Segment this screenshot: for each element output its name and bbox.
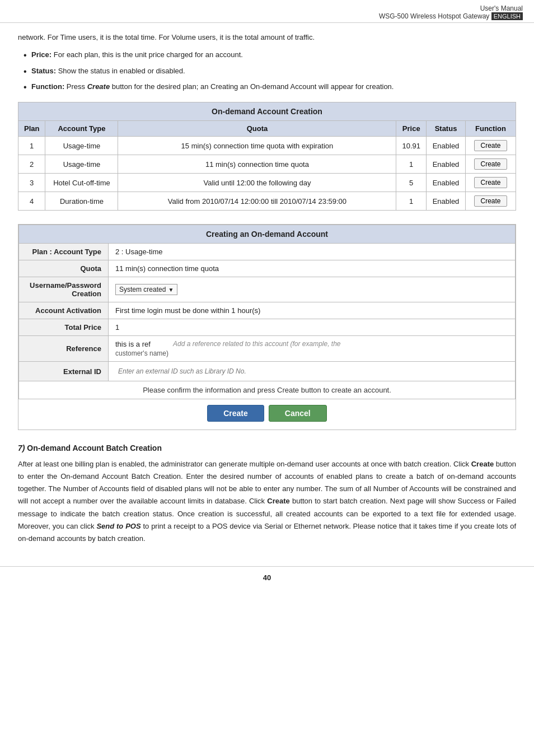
quota-value: 11 min(s) connection time quota xyxy=(109,260,516,277)
external-id-value xyxy=(109,362,516,381)
price-3: 5 xyxy=(396,174,427,192)
table-header-row: Plan Account Type Quota Price Status Fun… xyxy=(18,121,516,137)
form-row-total-price: Total Price 1 xyxy=(19,319,516,336)
send-to-pos-italic: Send to POS xyxy=(96,522,140,530)
account-type-3: Hotel Cut-off-time xyxy=(45,174,118,192)
manual-title: User's Manual xyxy=(11,4,523,12)
function-italic: Create xyxy=(87,82,110,91)
form-row-quota: Quota 11 min(s) connection time quota xyxy=(19,260,516,277)
price-4: 1 xyxy=(396,192,427,211)
plan-account-type-label: Plan : Account Type xyxy=(19,244,109,260)
price-bullet: Price: For each plan, this is the unit p… xyxy=(24,49,516,61)
account-activation-value: First time login must be done within 1 h… xyxy=(109,302,516,319)
table-title-row: On-demand Account Creation xyxy=(18,102,516,121)
form-title-row: Creating an On-demand Account xyxy=(19,225,516,244)
plan-4: 4 xyxy=(18,192,45,211)
section-7: 7) On-demand Account Batch Creation Afte… xyxy=(18,444,516,545)
creating-form-section: Creating an On-demand Account Plan : Acc… xyxy=(18,224,516,430)
status-3: Enabled xyxy=(427,174,466,192)
function-text-suffix: button for the desired plan; an Creating… xyxy=(110,82,394,91)
form-row-account-activation: Account Activation First time login must… xyxy=(19,302,516,319)
form-confirm-row: Please confirm the information and press… xyxy=(19,381,516,399)
device-name: WSG-500 Wireless Hotspot Gateway xyxy=(379,12,489,20)
section-title: On-demand Account Batch Creation xyxy=(27,444,162,452)
account-activation-label: Account Activation xyxy=(19,302,109,319)
intro-paragraph: network. For Time users, it is the total… xyxy=(18,32,516,44)
page-header: User's Manual WSG-500 Wireless Hotspot G… xyxy=(0,0,534,23)
form-row-reference: Reference this is a ref customer's name)… xyxy=(19,336,516,362)
account-type-4: Duration-time xyxy=(45,192,118,211)
function-4: Create xyxy=(466,192,516,211)
col-function: Function xyxy=(466,121,516,137)
plan-3: 3 xyxy=(18,174,45,192)
username-password-label: Username/Password Creation xyxy=(19,277,109,302)
reference-hint: customer's name) xyxy=(115,349,168,357)
col-account-type: Account Type xyxy=(45,121,118,137)
total-price-label: Total Price xyxy=(19,319,109,336)
create-bold-1: Create xyxy=(471,460,494,468)
confirm-text: Please confirm the information and press… xyxy=(19,381,516,399)
price-text: For each plan, this is the unit price ch… xyxy=(54,50,243,59)
section-7-body: After at least one billing plan is enabl… xyxy=(18,458,516,545)
create-button-3[interactable]: Create xyxy=(474,177,507,188)
language-badge: ENGLISH xyxy=(491,12,523,20)
account-type-1: Usage-time xyxy=(45,137,118,155)
function-1: Create xyxy=(466,137,516,155)
table-row: 2 Usage-time 11 min(s) connection time q… xyxy=(18,155,516,174)
external-id-input[interactable] xyxy=(115,366,508,377)
section-number: 7) xyxy=(18,444,25,452)
main-content: network. For Time users, it is the total… xyxy=(0,23,534,559)
reference-input-value: this is a ref xyxy=(115,340,168,348)
col-status: Status xyxy=(427,121,466,137)
form-create-button[interactable]: Create xyxy=(207,405,264,422)
price-label: Price: xyxy=(31,50,51,59)
status-bullet: Status: Show the status in enabled or di… xyxy=(24,66,516,77)
device-title: WSG-500 Wireless Hotspot Gateway ENGLISH xyxy=(11,12,523,20)
quota-label: Quota xyxy=(19,260,109,277)
external-id-label: External ID xyxy=(19,362,109,381)
username-password-value: System created ▼ xyxy=(109,277,516,302)
form-row-external-id: External ID xyxy=(19,362,516,381)
create-button-1[interactable]: Create xyxy=(474,140,507,151)
reference-placeholder: Add a reference related to this account … xyxy=(173,340,341,348)
system-created-text: System created xyxy=(119,286,166,293)
reference-label: Reference xyxy=(19,336,109,362)
table-row: 1 Usage-time 15 min(s) connection time q… xyxy=(18,137,516,155)
form-row-plan: Plan : Account Type 2 : Usage-time xyxy=(19,244,516,260)
page-footer: 40 xyxy=(0,566,534,589)
creating-form-table: Creating an On-demand Account Plan : Acc… xyxy=(18,225,516,399)
form-cancel-button[interactable]: Cancel xyxy=(269,405,327,422)
table-row: 4 Duration-time Valid from 2010/07/14 12… xyxy=(18,192,516,211)
status-4: Enabled xyxy=(427,192,466,211)
form-title: Creating an On-demand Account xyxy=(19,225,516,244)
section-7-heading: 7) On-demand Account Batch Creation xyxy=(18,444,516,452)
status-label: Status: xyxy=(31,67,56,75)
function-bullet: Function: Press Create button for the de… xyxy=(24,81,516,93)
create-bold-2: Create xyxy=(267,497,289,505)
plan-account-type-value: 2 : Usage-time xyxy=(109,244,516,260)
create-button-2[interactable]: Create xyxy=(474,158,507,170)
price-1: 10.91 xyxy=(396,137,427,155)
col-price: Price xyxy=(396,121,427,137)
create-button-4[interactable]: Create xyxy=(474,195,507,207)
status-1: Enabled xyxy=(427,137,466,155)
feature-list: Price: For each plan, this is the unit p… xyxy=(18,49,516,93)
quota-1: 15 min(s) connection time quota with exp… xyxy=(118,137,396,155)
account-type-2: Usage-time xyxy=(45,155,118,174)
table-title: On-demand Account Creation xyxy=(18,102,516,121)
plan-2: 2 xyxy=(18,155,45,174)
function-2: Create xyxy=(466,155,516,174)
table-row: 3 Hotel Cut-off-time Valid until 12:00 t… xyxy=(18,174,516,192)
quota-3: Valid until 12:00 the following day xyxy=(118,174,396,192)
plan-1: 1 xyxy=(18,137,45,155)
form-action-buttons: Create Cancel xyxy=(18,399,516,430)
total-price-value: 1 xyxy=(109,319,516,336)
on-demand-creation-table: On-demand Account Creation Plan Account … xyxy=(18,102,516,211)
function-text-prefix: Press xyxy=(67,82,87,91)
function-3: Create xyxy=(466,174,516,192)
dropdown-arrow-icon: ▼ xyxy=(168,287,174,293)
quota-2: 11 min(s) connection time quota xyxy=(118,155,396,174)
quota-4: Valid from 2010/07/14 12:00:00 till 2010… xyxy=(118,192,396,211)
status-2: Enabled xyxy=(427,155,466,174)
system-created-dropdown[interactable]: System created ▼ xyxy=(115,284,177,295)
